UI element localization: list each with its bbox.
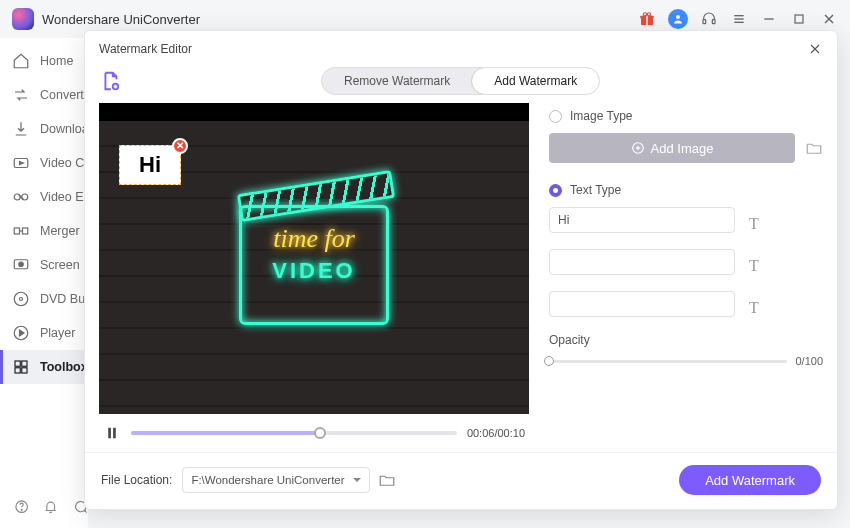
tab-remove-watermark[interactable]: Remove Watermark xyxy=(322,68,472,94)
svg-rect-27 xyxy=(15,361,20,366)
svg-rect-20 xyxy=(23,228,28,234)
svg-point-3 xyxy=(643,13,646,16)
watermark-text-input-1[interactable] xyxy=(549,207,735,233)
add-image-label: Add Image xyxy=(651,141,714,156)
text-style-icon[interactable]: T xyxy=(745,257,763,275)
sidebar-item-home[interactable]: Home xyxy=(0,44,88,78)
svg-point-23 xyxy=(19,262,24,267)
add-image-button[interactable]: Add Image xyxy=(549,133,795,163)
bell-icon[interactable] xyxy=(43,499,58,517)
help-icon[interactable] xyxy=(14,499,29,517)
sidebar-item-editor[interactable]: Video Editor xyxy=(0,180,88,214)
svg-rect-6 xyxy=(703,20,706,24)
sidebar-item-converter[interactable]: Converter xyxy=(0,78,88,112)
svg-rect-19 xyxy=(14,228,19,234)
image-type-radio[interactable]: Image Type xyxy=(549,109,823,123)
sidebar-item-label: Screen Recorder xyxy=(40,258,88,272)
svg-rect-29 xyxy=(15,368,20,373)
opacity-label: Opacity xyxy=(549,333,823,347)
sidebar-item-label: DVD Burner xyxy=(40,292,88,306)
sidebar-item-player[interactable]: Player xyxy=(0,316,88,350)
svg-rect-38 xyxy=(108,428,111,439)
sidebar-item-recorder[interactable]: Screen Recorder xyxy=(0,248,88,282)
sidebar-item-label: Video Editor xyxy=(40,190,88,204)
file-location-label: File Location: xyxy=(101,473,172,487)
sidebar-item-merger[interactable]: Merger xyxy=(0,214,88,248)
watermark-text-input-2[interactable] xyxy=(549,249,735,275)
modal-title: Watermark Editor xyxy=(99,42,192,56)
file-location-select[interactable]: F:\Wondershare UniConverter xyxy=(182,467,369,493)
sidebar: Home Converter Downloader Video Compress… xyxy=(0,38,88,528)
window-minimize[interactable] xyxy=(760,10,778,28)
close-icon[interactable] xyxy=(807,41,823,57)
open-folder-icon[interactable] xyxy=(378,471,396,489)
sidebar-item-downloader[interactable]: Downloader xyxy=(0,112,88,146)
sidebar-item-label: Downloader xyxy=(40,122,88,136)
svg-point-5 xyxy=(676,15,680,19)
preview-graphic-text: time for xyxy=(242,208,386,254)
remove-watermark-icon[interactable]: ✕ xyxy=(172,138,188,154)
watermark-mode-segment: Remove Watermark Add Watermark xyxy=(321,67,600,95)
add-file-icon[interactable] xyxy=(99,70,121,92)
sidebar-item-label: Toolbox xyxy=(40,360,88,374)
watermark-text-input-3[interactable] xyxy=(549,291,735,317)
menu-icon[interactable] xyxy=(730,10,748,28)
gift-icon[interactable] xyxy=(638,10,656,28)
svg-point-4 xyxy=(647,13,650,16)
sidebar-item-label: Merger xyxy=(40,224,80,238)
sidebar-item-label: Video Compressor xyxy=(40,156,88,170)
svg-point-32 xyxy=(21,509,22,510)
opacity-slider[interactable] xyxy=(549,360,787,363)
svg-rect-7 xyxy=(712,20,715,24)
sidebar-item-label: Home xyxy=(40,54,73,68)
svg-point-24 xyxy=(14,292,28,306)
app-logo xyxy=(12,8,34,30)
svg-rect-28 xyxy=(22,361,27,366)
window-close[interactable] xyxy=(820,10,838,28)
radio-label: Text Type xyxy=(570,183,621,197)
sidebar-item-toolbox[interactable]: Toolbox xyxy=(0,350,88,384)
window-maximize[interactable] xyxy=(790,10,808,28)
sidebar-item-label: Converter xyxy=(40,88,88,102)
add-watermark-button[interactable]: Add Watermark xyxy=(679,465,821,495)
svg-rect-12 xyxy=(795,15,803,23)
svg-rect-2 xyxy=(646,16,647,25)
sidebar-item-compressor[interactable]: Video Compressor xyxy=(0,146,88,180)
sidebar-item-dvd[interactable]: DVD Burner xyxy=(0,282,88,316)
watermark-overlay[interactable]: Hi ✕ xyxy=(119,145,181,185)
folder-icon[interactable] xyxy=(805,139,823,157)
radio-on-icon xyxy=(549,184,562,197)
svg-rect-30 xyxy=(22,368,27,373)
pause-button[interactable] xyxy=(103,424,121,442)
text-style-icon[interactable]: T xyxy=(745,299,763,317)
video-preview[interactable]: time for VIDEO Hi ✕ xyxy=(99,103,529,414)
watermark-overlay-text: Hi xyxy=(139,152,161,178)
opacity-value: 0/100 xyxy=(795,355,823,367)
radio-off-icon xyxy=(549,110,562,123)
bottombar xyxy=(0,488,88,528)
tab-add-watermark[interactable]: Add Watermark xyxy=(471,67,600,95)
timecode: 00:06/00:10 xyxy=(467,427,525,439)
app-title: Wondershare UniConverter xyxy=(42,12,200,27)
watermark-editor-modal: Watermark Editor Remove Watermark Add Wa… xyxy=(84,30,838,510)
headset-icon[interactable] xyxy=(700,10,718,28)
sidebar-item-label: Player xyxy=(40,326,75,340)
timeline-slider[interactable] xyxy=(131,431,457,435)
text-type-radio[interactable]: Text Type xyxy=(549,183,823,197)
svg-rect-39 xyxy=(113,428,116,439)
user-avatar[interactable] xyxy=(668,9,688,29)
radio-label: Image Type xyxy=(570,109,632,123)
text-style-icon[interactable]: T xyxy=(745,215,763,233)
preview-graphic-text: VIDEO xyxy=(242,258,386,284)
svg-point-25 xyxy=(20,298,23,301)
